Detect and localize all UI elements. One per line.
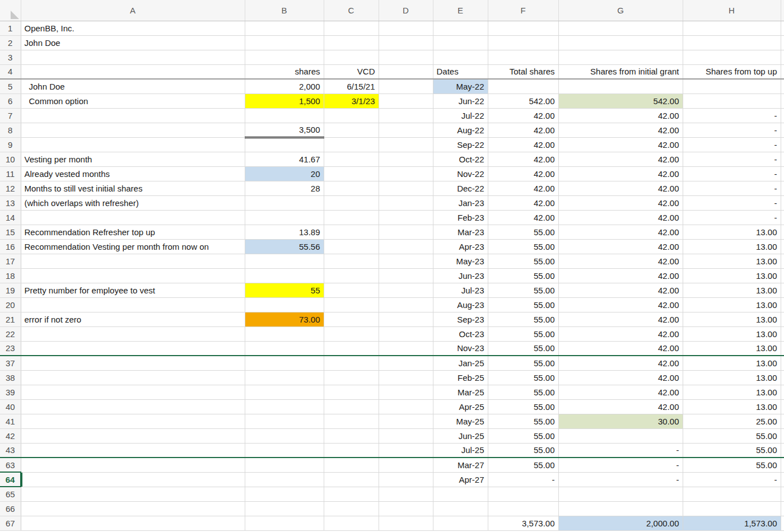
cell-A39[interactable]: [21, 385, 245, 399]
cell-D17[interactable]: [379, 254, 433, 268]
cell-C5[interactable]: 6/15/21: [324, 79, 379, 94]
cell-E37[interactable]: Jan-25: [433, 356, 488, 370]
cell-C13[interactable]: [324, 195, 379, 210]
cell-D20[interactable]: [379, 297, 433, 312]
cell-C22[interactable]: [324, 326, 379, 341]
cell-G13[interactable]: 42.00: [558, 195, 683, 210]
cell-A12[interactable]: Months to still vest initial shares: [21, 181, 245, 195]
cell-G65[interactable]: [558, 487, 683, 501]
cell-C37[interactable]: [324, 356, 379, 370]
cell-F67[interactable]: 3,573.00: [488, 516, 558, 530]
cell-H9[interactable]: -: [683, 137, 781, 152]
cell-A16[interactable]: Recommendation Vesting per month from no…: [21, 239, 245, 254]
row-header-19[interactable]: 19: [0, 283, 21, 297]
cell-C23[interactable]: [324, 341, 379, 356]
cell-G40[interactable]: 42.00: [558, 399, 683, 414]
cell-H7[interactable]: -: [683, 108, 781, 123]
cell-B17[interactable]: [245, 254, 324, 268]
cell-E1[interactable]: [433, 21, 488, 35]
cell-D9[interactable]: [379, 137, 433, 152]
cell-E20[interactable]: Aug-23: [433, 297, 488, 312]
cell-H12[interactable]: -: [683, 181, 781, 195]
cell-G18[interactable]: 42.00: [558, 268, 683, 283]
cell-H66[interactable]: [683, 501, 781, 516]
cell-H37[interactable]: 13.00: [683, 356, 781, 370]
row-header-23[interactable]: 23: [0, 341, 21, 356]
cell-H15[interactable]: 13.00: [683, 225, 781, 239]
cell-B67[interactable]: [245, 516, 324, 530]
cell-E66[interactable]: [433, 501, 488, 516]
cell-A38[interactable]: [21, 370, 245, 385]
cell-D3[interactable]: [379, 50, 433, 64]
cell-E18[interactable]: Jun-23: [433, 268, 488, 283]
cell-A67[interactable]: [21, 516, 245, 530]
cell-B4[interactable]: shares: [245, 64, 324, 79]
cell-D15[interactable]: [379, 225, 433, 239]
cell-E17[interactable]: May-23: [433, 254, 488, 268]
column-header-G[interactable]: G: [558, 0, 683, 21]
cell-C39[interactable]: [324, 385, 379, 399]
cell-H20[interactable]: 13.00: [683, 297, 781, 312]
cell-F63[interactable]: 55.00: [488, 458, 558, 472]
cell-D4[interactable]: [379, 64, 433, 79]
cell-E21[interactable]: Sep-23: [433, 312, 488, 326]
cell-H18[interactable]: 13.00: [683, 268, 781, 283]
cell-B14[interactable]: [245, 210, 324, 225]
cell-G9[interactable]: 42.00: [558, 137, 683, 152]
cell-E8[interactable]: Aug-22: [433, 123, 488, 137]
cell-G5[interactable]: [558, 79, 683, 94]
row-header-1[interactable]: 1: [0, 21, 21, 35]
cell-D64[interactable]: [379, 472, 433, 487]
cell-B66[interactable]: [245, 501, 324, 516]
cell-E5[interactable]: May-22: [433, 79, 488, 94]
cell-G2[interactable]: [558, 35, 683, 50]
cell-C42[interactable]: [324, 428, 379, 443]
cell-B11[interactable]: 20: [245, 166, 324, 181]
cell-C16[interactable]: [324, 239, 379, 254]
cell-E23[interactable]: Nov-23: [433, 341, 488, 356]
cell-C3[interactable]: [324, 50, 379, 64]
cell-B16[interactable]: 55.56: [245, 239, 324, 254]
cell-F21[interactable]: 55.00: [488, 312, 558, 326]
cell-C15[interactable]: [324, 225, 379, 239]
column-header-C[interactable]: C: [324, 0, 379, 21]
cell-D8[interactable]: [379, 123, 433, 137]
cell-B7[interactable]: [245, 108, 324, 123]
cell-C66[interactable]: [324, 501, 379, 516]
cell-C6[interactable]: 3/1/23: [324, 94, 379, 108]
cell-F23[interactable]: 55.00: [488, 341, 558, 356]
cell-H41[interactable]: 25.00: [683, 414, 781, 428]
cell-F8[interactable]: 42.00: [488, 123, 558, 137]
row-header-65[interactable]: 65: [0, 487, 21, 501]
cell-C8[interactable]: [324, 123, 379, 137]
cell-E38[interactable]: Feb-25: [433, 370, 488, 385]
cell-D10[interactable]: [379, 152, 433, 166]
cell-A14[interactable]: [21, 210, 245, 225]
cell-B1[interactable]: [245, 21, 324, 35]
cell-F22[interactable]: 55.00: [488, 326, 558, 341]
row-header-10[interactable]: 10: [0, 152, 21, 166]
row-header-64[interactable]: 64: [0, 472, 21, 487]
cell-B22[interactable]: [245, 326, 324, 341]
cell-F3[interactable]: [488, 50, 558, 64]
cell-G4[interactable]: Shares from initial grant: [558, 64, 683, 79]
column-header-E[interactable]: E: [433, 0, 488, 21]
cell-G42[interactable]: [558, 428, 683, 443]
cell-E19[interactable]: Jul-23: [433, 283, 488, 297]
cell-G21[interactable]: 42.00: [558, 312, 683, 326]
cell-H16[interactable]: 13.00: [683, 239, 781, 254]
cell-C67[interactable]: [324, 516, 379, 530]
cell-A18[interactable]: [21, 268, 245, 283]
cell-F9[interactable]: 42.00: [488, 137, 558, 152]
cell-F37[interactable]: 55.00: [488, 356, 558, 370]
cell-B43[interactable]: [245, 443, 324, 458]
cell-H3[interactable]: [683, 50, 781, 64]
cell-B39[interactable]: [245, 385, 324, 399]
cell-G41[interactable]: 30.00: [558, 414, 683, 428]
cell-H19[interactable]: 13.00: [683, 283, 781, 297]
cell-E64[interactable]: Apr-27: [433, 472, 488, 487]
cell-G19[interactable]: 42.00: [558, 283, 683, 297]
row-header-42[interactable]: 42: [0, 428, 21, 443]
cell-A4[interactable]: [21, 64, 245, 79]
cell-B41[interactable]: [245, 414, 324, 428]
